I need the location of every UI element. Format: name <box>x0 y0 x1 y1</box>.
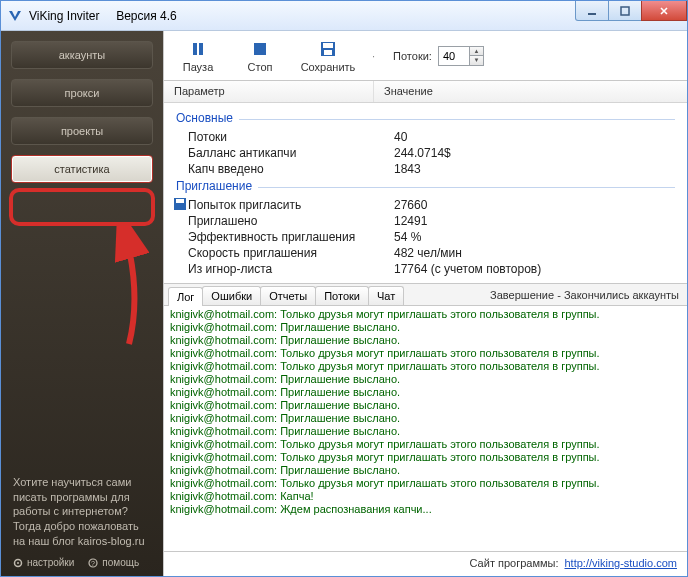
help-link[interactable]: ? помощь <box>88 557 139 568</box>
tab-errors[interactable]: Ошибки <box>202 286 261 305</box>
tab-reports[interactable]: Отчеты <box>260 286 316 305</box>
status-label: Сайт программы: <box>470 557 559 569</box>
annotation-arrow-icon <box>109 224 149 354</box>
titlebar[interactable]: ViKing Inviter Версия 4.6 <box>1 1 687 31</box>
log-line: knigivk@hotmail.com: Только друзья могут… <box>170 438 681 451</box>
sidebar-item-proxy[interactable]: прокси <box>11 79 153 107</box>
tab-threads[interactable]: Потоки <box>315 286 369 305</box>
svg-rect-11 <box>324 50 332 55</box>
stats-body: Основные Потоки40 Балланс антикапчи244.0… <box>164 103 687 283</box>
sidebar-item-projects[interactable]: проекты <box>11 117 153 145</box>
svg-rect-10 <box>323 43 333 48</box>
sidebar-item-accounts[interactable]: аккаунты <box>11 41 153 69</box>
stat-row: Потоки40 <box>176 129 675 145</box>
log-line: knigivk@hotmail.com: Капча! <box>170 490 681 503</box>
log-line: knigivk@hotmail.com: Приглашение выслано… <box>170 373 681 386</box>
log-line: knigivk@hotmail.com: Приглашение выслано… <box>170 464 681 477</box>
log-line: knigivk@hotmail.com: Приглашение выслано… <box>170 386 681 399</box>
log-line: knigivk@hotmail.com: Только друзья могут… <box>170 451 681 464</box>
pause-button[interactable]: Пауза <box>174 38 222 73</box>
minimize-button[interactable] <box>575 1 609 21</box>
log-line: knigivk@hotmail.com: Только друзья могут… <box>170 347 681 360</box>
log-body[interactable]: knigivk@hotmail.com: Только друзья могут… <box>164 306 687 551</box>
stat-row: Капч введено1843 <box>176 161 675 177</box>
completion-status: Завершение - Закончились аккаунты <box>482 289 687 301</box>
main-panel: Пауза Стоп Сохранить · Потоки: ▲▼ <box>163 31 687 576</box>
maximize-button[interactable] <box>608 1 642 21</box>
threads-input[interactable] <box>439 50 469 62</box>
stat-row: Из игнор-листа17764 (с учетом повторов) <box>176 261 675 277</box>
log-line: knigivk@hotmail.com: Приглашение выслано… <box>170 321 681 334</box>
group-invite-header: Приглашение <box>176 179 675 193</box>
pause-icon <box>190 38 206 60</box>
stop-button[interactable]: Стоп <box>236 38 284 73</box>
stats-columns: Параметр Значение <box>164 81 687 103</box>
group-main-header: Основные <box>176 111 675 125</box>
stop-icon <box>252 38 268 60</box>
log-line: knigivk@hotmail.com: Приглашение выслано… <box>170 399 681 412</box>
spinner-up[interactable]: ▲ <box>469 47 483 56</box>
close-button[interactable] <box>641 1 687 21</box>
tab-chat[interactable]: Чат <box>368 286 404 305</box>
sidebar: аккаунты прокси проекты статистика Хотит… <box>1 31 163 576</box>
threads-spinner[interactable]: ▲▼ <box>438 46 484 66</box>
statusbar: Сайт программы: http://viking-studio.com <box>164 551 687 573</box>
app-window: ViKing Inviter Версия 4.6 аккаунты прокс… <box>0 0 688 577</box>
help-icon: ? <box>88 558 98 568</box>
svg-rect-7 <box>199 43 203 55</box>
log-line: knigivk@hotmail.com: Только друзья могут… <box>170 308 681 321</box>
log-line: knigivk@hotmail.com: Приглашение выслано… <box>170 412 681 425</box>
col-value: Значение <box>374 81 687 102</box>
stat-row: Балланс антикапчи244.0714$ <box>176 145 675 161</box>
svg-text:?: ? <box>91 560 95 567</box>
threads-label: Потоки: <box>393 50 432 62</box>
log-line: knigivk@hotmail.com: Только друзья могут… <box>170 477 681 490</box>
col-param: Параметр <box>164 81 374 102</box>
save-button[interactable]: Сохранить <box>298 38 358 73</box>
save-small-icon <box>174 198 188 212</box>
svg-point-3 <box>17 562 19 564</box>
tab-log[interactable]: Лог <box>168 287 203 306</box>
log-tabs: Лог Ошибки Отчеты Потоки Чат Завершение … <box>164 284 687 306</box>
svg-rect-1 <box>621 7 629 15</box>
promo-text: Хотите научиться сами писать программы д… <box>11 471 153 557</box>
log-area: Лог Ошибки Отчеты Потоки Чат Завершение … <box>164 283 687 551</box>
spinner-down[interactable]: ▼ <box>469 56 483 65</box>
gear-icon <box>13 558 23 568</box>
app-title: ViKing Inviter Версия 4.6 <box>29 9 177 23</box>
toolbar: Пауза Стоп Сохранить · Потоки: ▲▼ <box>164 31 687 81</box>
stat-row: Скорость приглашения482 чел/мин <box>176 245 675 261</box>
svg-rect-8 <box>254 43 266 55</box>
svg-rect-13 <box>176 199 184 203</box>
sidebar-item-statistics[interactable]: статистика <box>11 155 153 183</box>
stat-row: Приглашено12491 <box>176 213 675 229</box>
svg-rect-0 <box>588 13 596 15</box>
svg-rect-6 <box>193 43 197 55</box>
log-line: knigivk@hotmail.com: Ждем распознавания … <box>170 503 681 516</box>
settings-link[interactable]: настройки <box>13 557 74 568</box>
stat-row: Попыток пригласить27660 <box>176 197 675 213</box>
log-line: knigivk@hotmail.com: Приглашение выслано… <box>170 334 681 347</box>
site-link[interactable]: http://viking-studio.com <box>565 557 678 569</box>
log-line: knigivk@hotmail.com: Только друзья могут… <box>170 360 681 373</box>
app-icon <box>7 8 23 24</box>
annotation-highlight <box>9 188 155 226</box>
log-line: knigivk@hotmail.com: Приглашение выслано… <box>170 425 681 438</box>
save-icon <box>320 38 336 60</box>
stat-row: Эффективность приглашения54 % <box>176 229 675 245</box>
